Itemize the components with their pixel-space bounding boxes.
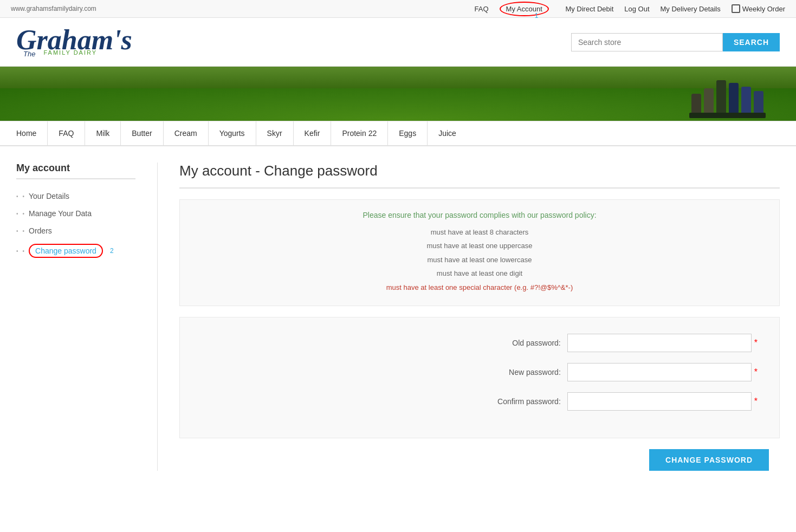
nav-item-yogurts[interactable]: Yogurts [219,129,245,138]
sidebar-item-manage-your-data[interactable]: • Manage Your Data [16,205,135,222]
boot-1 [691,94,701,118]
confirm-password-label: Confirm password: [490,397,561,406]
sidebar-bullet: • [23,211,25,217]
my-account-link[interactable]: My Account [500,2,549,16]
confirm-password-required: * [754,397,758,406]
policy-section: Please ensure that your password complie… [179,199,780,306]
password-form: Old password: * New password: * Confirm … [179,317,780,438]
logo-the: The [23,50,35,58]
new-password-row: New password: * [202,363,758,381]
boot-3 [716,80,726,118]
policy-intro: Please ensure that your password complie… [191,211,768,219]
site-url: www.grahamsfamilydairy.com [11,5,96,12]
sidebar-link-your-details[interactable]: Your Details [29,192,69,200]
sidebar-bullet: • [23,228,25,234]
confirm-password-field[interactable] [567,392,752,411]
hero-boots [691,80,763,118]
logo-sub: Family Dairy [41,49,97,56]
annotation-1: 1 [535,12,539,20]
top-bar-links: FAQ My Account 1 My Direct Debit Log Out… [475,4,785,13]
nav-item-milk[interactable]: Milk [96,129,109,138]
sidebar-bullet: • [23,193,25,199]
delivery-details-link[interactable]: My Delivery Details [661,5,721,13]
annotation-2: 2 [110,247,114,255]
page-title: My account - Change password [179,163,780,189]
content-area: My account - Change password Please ensu… [157,163,780,471]
sidebar-item-orders[interactable]: • Orders [16,222,135,239]
nav-item-cream[interactable]: Cream [174,129,197,138]
old-password-required: * [754,338,758,348]
search-button[interactable]: SEARCH [723,33,780,51]
hero-grass [0,88,796,121]
nav-item-faq[interactable]: FAQ [59,129,74,138]
boot-5 [741,87,751,118]
confirm-password-row: Confirm password: * [202,392,758,411]
weekly-order-link[interactable]: Weekly Order [732,4,785,13]
header: Graham's The Family Dairy SEARCH [0,18,796,67]
logo: Graham's The Family Dairy [16,26,132,58]
faq-link[interactable]: FAQ [475,5,489,13]
policy-rule: must have at least one uppercase [191,239,768,252]
change-password-button[interactable]: CHANGE PASSWORD [649,449,769,471]
new-password-required: * [754,367,758,377]
main-content: My account • Your Details• Manage Your D… [0,146,796,487]
nav-item-home[interactable]: Home [16,129,36,138]
policy-rule: must have at least 8 characters [191,226,768,238]
new-password-label: New password: [490,368,561,377]
boot-6 [754,91,763,118]
sidebar-link-orders[interactable]: Orders [29,226,52,235]
nav-item-protein 22[interactable]: Protein 22 [342,129,377,138]
new-password-field[interactable] [567,363,752,381]
nav-item-eggs[interactable]: Eggs [399,129,416,138]
old-password-row: Old password: * [202,334,758,352]
policy-rule: must have at least one digit [191,267,768,280]
main-nav: HomeFAQMilkButterCreamYogurtsSkyrKefirPr… [0,121,796,146]
policy-rule: must have at least one special character… [191,281,768,294]
direct-debit-link[interactable]: My Direct Debit [565,5,613,13]
form-submit-area: CHANGE PASSWORD [179,449,780,471]
policy-rule: must have at least one lowercase [191,254,768,266]
sidebar-bullet: • [23,248,25,254]
sidebar-link-manage-your-data[interactable]: Manage Your Data [29,209,92,218]
nav-item-juice[interactable]: Juice [438,129,456,138]
sidebar-item-your-details[interactable]: • Your Details [16,187,135,205]
search-area: SEARCH [571,33,780,51]
old-password-field[interactable] [567,334,752,352]
sidebar-title: My account [16,163,135,179]
nav-item-kefir[interactable]: Kefir [305,129,320,138]
cart-icon [732,4,740,13]
boot-2 [704,88,714,118]
sidebar-link-change-password[interactable]: Change password [29,244,103,258]
boot-4 [729,83,739,118]
top-bar: www.grahamsfamilydairy.com FAQ My Accoun… [0,0,796,18]
sidebar-item-change-password[interactable]: • Change password2 [16,239,135,262]
logout-link[interactable]: Log Out [624,5,649,13]
sidebar: My account • Your Details• Manage Your D… [16,163,135,471]
old-password-label: Old password: [490,339,561,347]
hero-banner [0,67,796,121]
search-input[interactable] [571,33,723,51]
nav-item-skyr[interactable]: Skyr [267,129,282,138]
nav-item-butter[interactable]: Butter [132,129,152,138]
